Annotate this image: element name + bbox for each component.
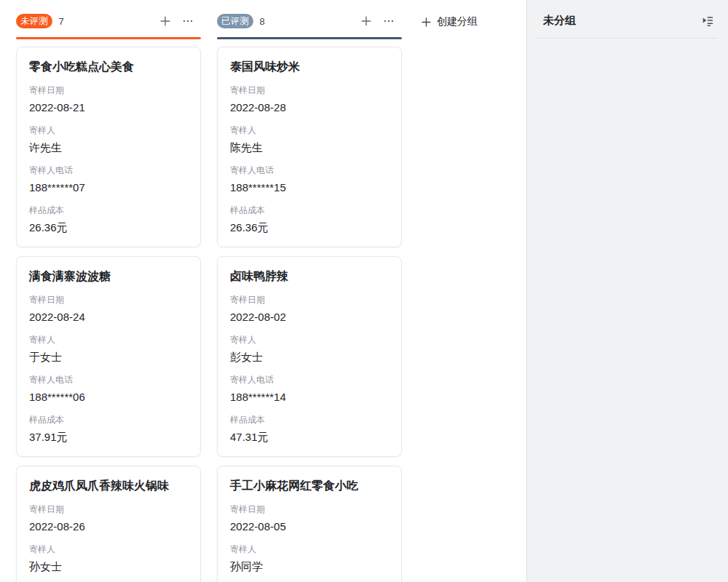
kanban-card[interactable]: 虎皮鸡爪凤爪香辣味火锅味 寄样日期 2022-08-26 寄样人 孙女士 寄样人… — [16, 466, 201, 582]
field-value: 188******07 — [29, 180, 188, 195]
field-value: 37.91元 — [29, 429, 188, 445]
kanban-card[interactable]: 手工小麻花网红零食小吃 寄样日期 2022-08-05 寄样人 孙同学 寄样人电… — [217, 466, 402, 582]
kanban-card[interactable]: 满食满寨波波糖 寄样日期 2022-08-24 寄样人 于女士 寄样人电话 18… — [16, 256, 201, 457]
field-label: 寄样人电话 — [29, 373, 188, 386]
card-title: 满食满寨波波糖 — [29, 268, 188, 284]
field-value: 陈先生 — [230, 140, 389, 155]
kanban-card[interactable]: 泰国风味炒米 寄样日期 2022-08-28 寄样人 陈先生 寄样人电话 188… — [217, 47, 402, 247]
field-label: 样品成本 — [230, 204, 389, 217]
more-options-button[interactable] — [383, 15, 395, 27]
field-value: 2022-08-28 — [230, 100, 389, 115]
ungrouped-panel-title: 未分组 — [543, 14, 576, 28]
card-title: 卤味鸭脖辣 — [230, 268, 389, 284]
field-label: 样品成本 — [29, 413, 188, 426]
field-value: 188******15 — [230, 180, 389, 195]
plus-icon — [360, 15, 372, 27]
collapse-list-icon — [701, 14, 714, 27]
group-count: 8 — [260, 16, 265, 27]
field-label: 寄样日期 — [29, 84, 188, 97]
field-value: 2022-08-24 — [29, 309, 188, 324]
ellipsis-icon — [383, 15, 395, 27]
card-title: 虎皮鸡爪凤爪香辣味火锅味 — [29, 477, 188, 494]
field-label: 寄样日期 — [29, 293, 188, 306]
card-field: 寄样人 孙同学 — [230, 543, 389, 574]
kanban-board: 未评测 7 — [16, 14, 478, 582]
ungrouped-panel-header: 未分组 — [527, 0, 728, 28]
group-color-underline — [16, 37, 201, 39]
field-value: 2022-08-02 — [230, 309, 389, 324]
ellipsis-icon — [182, 15, 194, 27]
card-field: 寄样人电话 188******06 — [29, 373, 188, 404]
column-header: 未评测 7 — [16, 14, 201, 28]
field-label: 寄样人 — [230, 543, 389, 556]
card-field: 寄样日期 2022-08-28 — [230, 84, 389, 115]
field-label: 寄样人电话 — [29, 164, 188, 177]
field-value: 2022-08-05 — [230, 519, 389, 534]
field-value: 47.31元 — [230, 429, 389, 445]
create-group-label: 创建分组 — [437, 15, 478, 28]
group-count: 7 — [59, 16, 64, 27]
card-list: 泰国风味炒米 寄样日期 2022-08-28 寄样人 陈先生 寄样人电话 188… — [217, 47, 402, 582]
card-title: 零食小吃糕点心美食 — [29, 58, 188, 75]
ungrouped-panel: 未分组 — [526, 0, 728, 582]
card-field: 寄样人电话 188******14 — [230, 373, 389, 404]
kanban-column-not-evaluated: 未评测 7 — [16, 14, 201, 582]
field-value: 188******06 — [29, 389, 188, 404]
group-badge[interactable]: 已评测 — [217, 14, 253, 28]
card-field: 样品成本 26.36元 — [29, 204, 188, 235]
field-value: 孙同学 — [230, 559, 389, 574]
field-value: 26.36元 — [230, 220, 389, 235]
field-label: 样品成本 — [230, 413, 389, 426]
field-value: 许先生 — [29, 140, 188, 155]
field-value: 188******14 — [230, 389, 389, 404]
card-field: 寄样人 许先生 — [29, 124, 188, 155]
kanban-card[interactable]: 零食小吃糕点心美食 寄样日期 2022-08-21 寄样人 许先生 寄样人电话 … — [16, 47, 201, 247]
kanban-column-evaluated: 已评测 8 — [217, 14, 402, 582]
group-badge[interactable]: 未评测 — [16, 14, 52, 28]
card-field: 样品成本 37.91元 — [29, 413, 188, 445]
field-value: 于女士 — [29, 349, 188, 364]
field-label: 寄样日期 — [230, 84, 389, 97]
add-record-button[interactable] — [159, 15, 171, 27]
card-field: 样品成本 47.31元 — [230, 413, 389, 445]
field-label: 寄样人电话 — [230, 373, 389, 386]
card-field: 寄样人 孙女士 — [29, 543, 188, 574]
card-title: 泰国风味炒米 — [230, 58, 389, 75]
field-label: 寄样人 — [29, 543, 188, 556]
collapse-panel-button[interactable] — [700, 13, 715, 28]
field-label: 寄样人电话 — [230, 164, 389, 177]
card-list: 零食小吃糕点心美食 寄样日期 2022-08-21 寄样人 许先生 寄样人电话 … — [16, 47, 201, 582]
card-title: 手工小麻花网红零食小吃 — [230, 477, 389, 494]
field-label: 寄样人 — [29, 333, 188, 346]
card-field: 寄样人 陈先生 — [230, 124, 389, 155]
column-actions — [159, 15, 201, 27]
field-label: 寄样人 — [29, 124, 188, 137]
card-field: 寄样日期 2022-08-26 — [29, 503, 188, 534]
field-label: 寄样人 — [230, 124, 389, 137]
add-record-button[interactable] — [360, 15, 372, 27]
field-label: 寄样日期 — [230, 503, 389, 516]
more-options-button[interactable] — [182, 15, 194, 27]
kanban-board-area: 未评测 7 — [0, 0, 526, 582]
card-field: 寄样日期 2022-08-21 — [29, 84, 188, 115]
field-value: 26.36元 — [29, 220, 188, 235]
card-field: 样品成本 26.36元 — [230, 204, 389, 235]
field-label: 寄样日期 — [29, 503, 188, 516]
column-actions — [360, 15, 402, 27]
card-field: 寄样人电话 188******07 — [29, 164, 188, 195]
column-header: 已评测 8 — [217, 14, 402, 28]
panel-divider — [537, 38, 718, 39]
kanban-card[interactable]: 卤味鸭脖辣 寄样日期 2022-08-02 寄样人 彭女士 寄样人电话 188*… — [217, 256, 402, 457]
card-field: 寄样人 彭女士 — [230, 333, 389, 364]
field-label: 寄样人 — [230, 333, 389, 346]
create-group-button[interactable]: 创建分组 — [421, 15, 478, 29]
card-field: 寄样日期 2022-08-05 — [230, 503, 389, 534]
card-field: 寄样人电话 188******15 — [230, 164, 389, 195]
field-value: 2022-08-26 — [29, 519, 188, 534]
field-value: 2022-08-21 — [29, 100, 188, 115]
plus-icon — [421, 17, 432, 28]
field-label: 样品成本 — [29, 204, 188, 217]
card-field: 寄样日期 2022-08-02 — [230, 293, 389, 324]
group-color-underline — [217, 37, 402, 39]
card-field: 寄样人 于女士 — [29, 333, 188, 364]
